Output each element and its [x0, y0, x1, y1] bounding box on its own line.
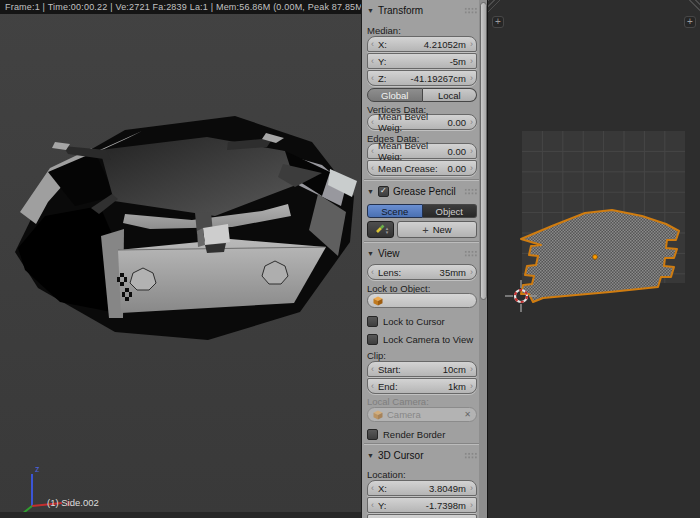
main-3d-viewport[interactable]: Frame:1 | Time:00:00.22 | Ve:2721 Fa:283… — [0, 0, 361, 518]
slider-value: 4.21052m — [424, 39, 468, 50]
open-toolshelf-plus-button[interactable]: + — [492, 16, 504, 28]
slider-right-arrow-icon: › — [468, 498, 473, 512]
hexagonal-model-render — [0, 0, 361, 518]
collapse-triangle-icon: ▼ — [367, 250, 374, 257]
lens-slider[interactable]: ‹ Lens: 35mm › — [367, 264, 477, 280]
open-properties-plus-button[interactable]: + — [684, 16, 696, 28]
slider-right-arrow-icon: › — [468, 37, 473, 51]
panel-header-view[interactable]: ▼ View — [367, 246, 477, 260]
local-button[interactable]: Local — [423, 88, 478, 102]
slider-value: -41.19267cm — [411, 73, 468, 84]
slider-right-arrow-icon: › — [468, 481, 473, 495]
camera-field-value: Camera — [387, 409, 421, 420]
slider-label: X: — [376, 39, 387, 50]
slider-value: 0.00 — [448, 117, 469, 128]
collapse-triangle-icon: ▼ — [367, 452, 374, 459]
cursor-z-slider[interactable]: ‹ Z: 5.4618m › — [367, 514, 477, 518]
checkbox-label: Render Border — [383, 429, 445, 440]
lock-camera-checkbox[interactable] — [367, 334, 378, 345]
axis-gizmo-icon: z x — [10, 460, 90, 518]
median-label: Median: — [367, 25, 477, 36]
side-view-viewport[interactable]: + + — [488, 0, 700, 518]
render-border-row[interactable]: Render Border — [367, 428, 477, 440]
slider-value: 0.00 — [448, 146, 469, 157]
lock-to-cursor-row[interactable]: Lock to Cursor — [367, 315, 477, 327]
cursor-x-slider[interactable]: ‹ X: 3.8049m › — [367, 480, 477, 496]
local-camera-label: Local Camera: — [367, 396, 477, 407]
slider-label: Mean Bevel Weig: — [376, 111, 448, 133]
slider-right-arrow-icon: › — [468, 265, 473, 279]
slider-value: 10cm — [443, 364, 468, 375]
properties-region: ▼ Transform Median: ‹ X: 4.21052m › ‹ Y:… — [361, 0, 488, 518]
scene-button[interactable]: Scene — [367, 204, 423, 218]
slider-label: Y: — [376, 56, 386, 67]
gp-source-segmented: Scene Object — [367, 204, 477, 218]
median-y-slider[interactable]: ‹ Y: -5m › — [367, 53, 477, 69]
slider-value: -5m — [450, 56, 468, 67]
collapse-triangle-icon: ▼ — [367, 188, 374, 195]
slider-label: X: — [376, 483, 387, 494]
median-z-slider[interactable]: ‹ Z: -41.19267cm › — [367, 70, 477, 86]
gp-datablock-browse-button[interactable]: ▴▾ — [367, 221, 394, 238]
slider-right-arrow-icon: › — [468, 54, 473, 68]
close-icon[interactable]: ✕ — [464, 410, 471, 419]
mean-crease-slider[interactable]: ‹ Mean Crease: 0.00 › — [367, 160, 477, 176]
drag-dots-icon[interactable] — [464, 250, 477, 257]
lock-camera-to-view-row[interactable]: Lock Camera to View — [367, 333, 477, 345]
slider-label: Lens: — [376, 267, 401, 278]
slider-value: 0.00 — [448, 163, 469, 174]
slider-label: Y: — [376, 500, 386, 511]
slider-value: 1km — [448, 381, 468, 392]
drag-dots-icon[interactable] — [464, 452, 477, 459]
checkbox-label: Lock to Cursor — [383, 316, 445, 327]
slider-label: Start: — [376, 364, 401, 375]
edge-mean-bevel-slider[interactable]: ‹ Mean Bevel Weig: 0.00 › — [367, 143, 477, 159]
panel-title: Transform — [378, 5, 423, 16]
slider-value: -1.7398m — [426, 500, 468, 511]
dropdown-arrows-icon: ▴▾ — [386, 226, 389, 234]
slider-label: Mean Crease: — [376, 163, 438, 174]
viewport-bottom-edge — [0, 512, 361, 518]
slider-right-arrow-icon: › — [468, 161, 473, 175]
object-button[interactable]: Object — [423, 204, 478, 218]
object-cube-icon — [373, 296, 383, 306]
lock-to-object-field[interactable] — [367, 293, 477, 308]
active-object-label: (1) Side.002 — [47, 497, 99, 508]
panel-title: 3D Cursor — [378, 450, 424, 461]
drag-dots-icon[interactable] — [464, 7, 477, 14]
panel-separator — [364, 241, 480, 243]
drag-dots-icon[interactable] — [464, 188, 477, 195]
render-border-checkbox[interactable] — [367, 429, 378, 440]
location-label: Location: — [367, 469, 477, 480]
global-button[interactable]: Global — [367, 88, 423, 102]
plus-icon: + — [422, 224, 428, 236]
slider-label: Z: — [376, 73, 386, 84]
cursor-y-slider[interactable]: ‹ Y: -1.7398m › — [367, 497, 477, 513]
panel-header-transform[interactable]: ▼ Transform — [367, 3, 477, 17]
object-origin-dot — [593, 255, 598, 260]
checkbox-label: Lock Camera to View — [383, 334, 473, 345]
clip-label: Clip: — [367, 350, 477, 361]
gp-new-button[interactable]: + New — [397, 221, 477, 238]
median-x-slider[interactable]: ‹ X: 4.21052m › — [367, 36, 477, 52]
lock-to-cursor-checkbox[interactable] — [367, 316, 378, 327]
new-button-label: New — [433, 224, 452, 235]
render-stats-bar: Frame:1 | Time:00:00.22 | Ve:2721 Fa:283… — [0, 0, 361, 14]
panel-header-3d-cursor[interactable]: ▼ 3D Cursor — [367, 448, 477, 462]
panel-header-grease-pencil[interactable]: ▼ ✓ Grease Pencil — [367, 184, 477, 198]
object-cube-icon — [373, 410, 383, 420]
panel-title: View — [378, 248, 400, 259]
axis-z-label: z — [35, 464, 40, 474]
slider-right-arrow-icon: › — [468, 362, 473, 376]
grease-pencil-checkbox[interactable]: ✓ — [378, 186, 389, 197]
vertex-mean-bevel-slider[interactable]: ‹ Mean Bevel Weig: 0.00 › — [367, 114, 477, 130]
clip-start-slider[interactable]: ‹ Start: 10cm › — [367, 361, 477, 377]
slider-right-arrow-icon: › — [468, 379, 473, 393]
panel-title: Grease Pencil — [393, 186, 456, 197]
orientation-segmented: Global Local — [367, 88, 477, 102]
local-camera-field[interactable]: Camera ✕ — [367, 407, 477, 422]
collapse-triangle-icon: ▼ — [367, 7, 374, 14]
clip-end-slider[interactable]: ‹ End: 1km › — [367, 378, 477, 394]
panel-scrollbar-thumb[interactable] — [480, 2, 487, 300]
blender-window: Frame:1 | Time:00:00.22 | Ve:2721 Fa:283… — [0, 0, 700, 518]
